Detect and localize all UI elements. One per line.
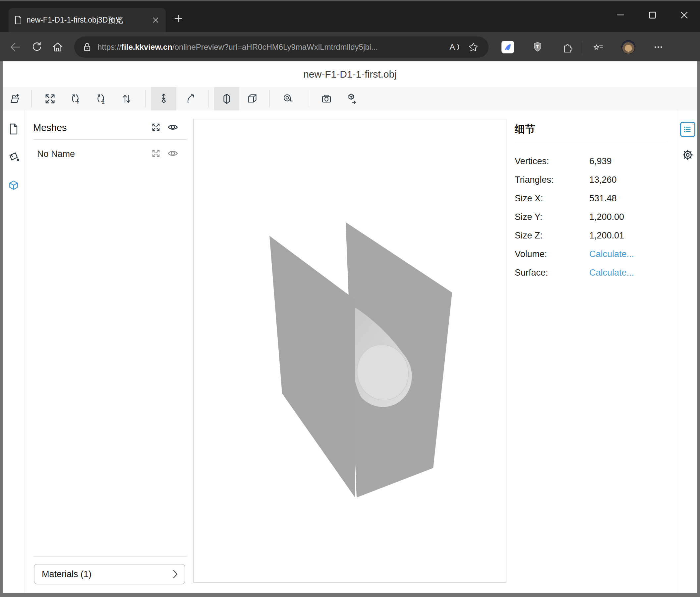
rotate-z-button[interactable]: Z — [89, 87, 114, 111]
browser-tab[interactable]: new-F1-D1-1-first.obj3D预览 — [9, 8, 166, 32]
read-aloud-icon[interactable]: A — [447, 40, 461, 54]
right-icon-rail — [678, 111, 697, 593]
browser-navbar: https://file.kkview.cn/onlinePreview?url… — [0, 32, 700, 62]
perspective-view-button[interactable] — [214, 87, 239, 111]
meshes-title: Meshes — [33, 122, 67, 133]
close-window-button[interactable] — [668, 1, 700, 28]
meshes-panel: Meshes No Name — [25, 111, 187, 593]
toolbar-separator — [308, 90, 308, 108]
detail-row-size-x: Size X: 531.48 — [515, 189, 678, 208]
chevron-right-icon — [173, 570, 178, 579]
detail-row-volume: Volume: Calculate... — [515, 245, 678, 263]
home-button[interactable] — [50, 40, 65, 54]
tab-close-icon[interactable] — [150, 15, 161, 26]
left-icon-rail — [3, 111, 25, 593]
left-plane — [270, 236, 355, 498]
model-render — [194, 119, 506, 582]
materials-label: Materials (1) — [42, 569, 92, 579]
lock-icon — [82, 42, 92, 53]
browser-window: new-F1-D1-1-first.obj3D预览 — [0, 0, 700, 597]
minimize-button[interactable] — [604, 1, 636, 28]
toolbar-separator — [270, 90, 270, 108]
toolbar-separator — [583, 41, 583, 53]
materials-paint-icon[interactable] — [7, 151, 20, 165]
toolbar-separator — [31, 90, 32, 108]
divider — [33, 139, 187, 140]
window-frame: new-F1-D1-1-first.obj Y Z — [0, 62, 700, 597]
toolbar-separator — [208, 90, 208, 108]
window-controls — [604, 1, 700, 28]
file-info-icon[interactable] — [8, 123, 19, 136]
detail-row-size-z: Size Z: 1,200.01 — [515, 226, 678, 245]
bounding-box-button[interactable] — [240, 87, 265, 111]
viewer-content: Meshes No Name — [3, 111, 697, 593]
svg-text:Z: Z — [102, 100, 104, 105]
details-panel: 细节 Vertices: 6,939 Triangles: 13,260 Siz… — [506, 111, 678, 593]
divider — [515, 143, 667, 143]
favorites-hub-icon[interactable] — [591, 40, 605, 54]
extensions-puzzle-icon[interactable] — [560, 40, 575, 54]
page-file-icon — [15, 16, 22, 25]
settings-gear-icon[interactable] — [681, 148, 694, 163]
mesh-list-item[interactable]: No Name — [37, 149, 178, 159]
fit-view-button[interactable] — [38, 87, 62, 111]
viewer-toolbar: Y Z — [3, 87, 697, 111]
reload-button[interactable] — [29, 40, 44, 54]
materials-button[interactable]: Materials (1) — [34, 564, 185, 584]
svg-text:T: T — [536, 44, 539, 49]
browser-chrome: new-F1-D1-1-first.obj3D预览 — [0, 0, 700, 62]
details-rows: Vertices: 6,939 Triangles: 13,260 Size X… — [515, 152, 678, 282]
favorite-star-icon[interactable] — [466, 40, 481, 54]
page-title: new-F1-D1-1-first.obj — [303, 69, 397, 80]
calculate-surface-link[interactable]: Calculate... — [589, 268, 634, 278]
detail-row-triangles: Triangles: 13,260 — [515, 170, 678, 189]
profile-avatar[interactable] — [621, 40, 636, 54]
mesh-name: No Name — [37, 149, 75, 159]
divider — [33, 556, 187, 556]
extension-bird-icon[interactable] — [500, 40, 515, 54]
details-list-icon[interactable] — [680, 122, 695, 137]
fit-mesh-icon[interactable] — [151, 149, 160, 159]
detail-row-vertices: Vertices: 6,939 — [515, 152, 678, 170]
page-title-row: new-F1-D1-1-first.obj — [3, 62, 697, 87]
toolbar-separator — [146, 90, 146, 108]
fit-all-icon[interactable] — [151, 123, 160, 133]
browser-menu-icon[interactable] — [651, 40, 666, 54]
svg-text:A: A — [449, 43, 455, 51]
details-title: 细节 — [515, 122, 678, 136]
url-bar[interactable]: https://file.kkview.cn/onlinePreview?url… — [74, 37, 489, 58]
rotate-y-button[interactable]: Y — [63, 87, 88, 111]
move-axis-button[interactable] — [151, 87, 176, 111]
extension-shield-icon[interactable]: T — [530, 40, 545, 54]
detail-row-surface: Surface: Calculate... — [515, 263, 678, 282]
mesh-visibility-eye-icon[interactable] — [168, 149, 178, 159]
tab-title: new-F1-D1-1-first.obj3D预览 — [26, 15, 150, 25]
export-model-button[interactable] — [339, 87, 364, 111]
maximize-button[interactable] — [636, 1, 668, 28]
back-button[interactable] — [8, 40, 23, 54]
meshes-header: Meshes — [33, 122, 178, 133]
calculate-volume-link[interactable]: Calculate... — [589, 249, 634, 259]
open-file-button[interactable] — [3, 87, 28, 111]
orbit-rotate-button[interactable] — [178, 87, 203, 111]
model-cube-icon[interactable] — [7, 180, 20, 193]
url-text: https://file.kkview.cn/onlinePreview?url… — [97, 43, 440, 52]
screenshot-button[interactable] — [314, 87, 339, 111]
viewer-page: new-F1-D1-1-first.obj Y Z — [3, 62, 697, 593]
measure-button[interactable] — [275, 87, 301, 111]
detail-row-size-y: Size Y: 1,200.00 — [515, 208, 678, 226]
flip-vertical-button[interactable] — [114, 87, 139, 111]
svg-text:Y: Y — [77, 100, 79, 105]
visibility-eye-icon[interactable] — [168, 123, 178, 132]
viewport-3d[interactable] — [193, 119, 506, 583]
new-tab-button[interactable] — [171, 11, 185, 26]
